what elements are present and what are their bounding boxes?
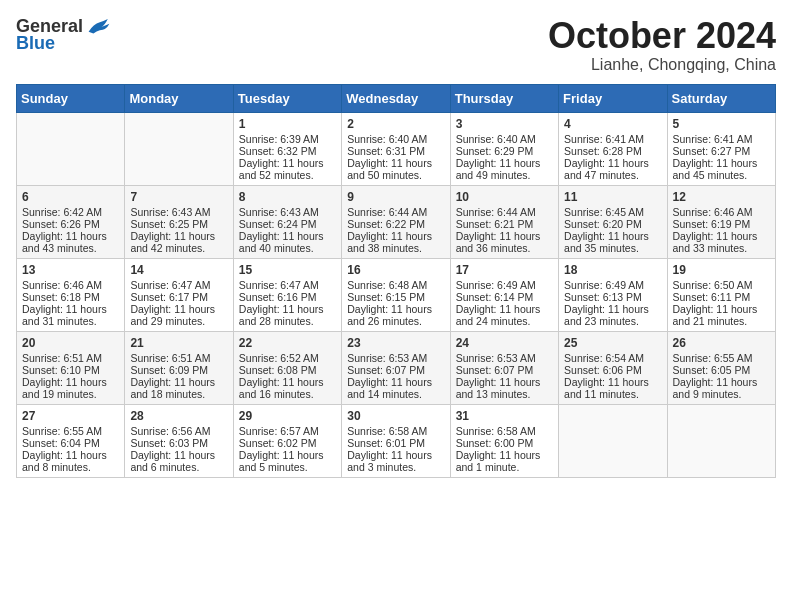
daylight-text: Daylight: 11 hours and 38 minutes. [347, 230, 432, 254]
calendar-day-cell: 29 Sunrise: 6:57 AM Sunset: 6:02 PM Dayl… [233, 404, 341, 477]
day-number: 29 [239, 409, 336, 423]
sunset-text: Sunset: 6:05 PM [673, 364, 751, 376]
sunset-text: Sunset: 6:24 PM [239, 218, 317, 230]
sunrise-text: Sunrise: 6:58 AM [347, 425, 427, 437]
calendar-day-cell: 21 Sunrise: 6:51 AM Sunset: 6:09 PM Dayl… [125, 331, 233, 404]
sunset-text: Sunset: 6:25 PM [130, 218, 208, 230]
sunset-text: Sunset: 6:07 PM [347, 364, 425, 376]
sunset-text: Sunset: 6:27 PM [673, 145, 751, 157]
sunset-text: Sunset: 6:14 PM [456, 291, 534, 303]
daylight-text: Daylight: 11 hours and 5 minutes. [239, 449, 324, 473]
daylight-text: Daylight: 11 hours and 26 minutes. [347, 303, 432, 327]
sunrise-text: Sunrise: 6:40 AM [456, 133, 536, 145]
daylight-text: Daylight: 11 hours and 13 minutes. [456, 376, 541, 400]
title-section: October 2024 Lianhe, Chongqing, China [548, 16, 776, 74]
sunrise-text: Sunrise: 6:55 AM [22, 425, 102, 437]
sunset-text: Sunset: 6:07 PM [456, 364, 534, 376]
sunrise-text: Sunrise: 6:56 AM [130, 425, 210, 437]
column-header-tuesday: Tuesday [233, 84, 341, 112]
day-number: 5 [673, 117, 770, 131]
day-number: 1 [239, 117, 336, 131]
logo-bird-icon [87, 17, 111, 37]
calendar-day-cell: 6 Sunrise: 6:42 AM Sunset: 6:26 PM Dayli… [17, 185, 125, 258]
day-number: 26 [673, 336, 770, 350]
day-number: 31 [456, 409, 553, 423]
sunrise-text: Sunrise: 6:51 AM [130, 352, 210, 364]
calendar-day-cell: 8 Sunrise: 6:43 AM Sunset: 6:24 PM Dayli… [233, 185, 341, 258]
sunrise-text: Sunrise: 6:47 AM [130, 279, 210, 291]
logo-blue-text: Blue [16, 33, 55, 54]
sunset-text: Sunset: 6:28 PM [564, 145, 642, 157]
sunset-text: Sunset: 6:06 PM [564, 364, 642, 376]
calendar-day-cell: 3 Sunrise: 6:40 AM Sunset: 6:29 PM Dayli… [450, 112, 558, 185]
calendar-day-cell: 17 Sunrise: 6:49 AM Sunset: 6:14 PM Dayl… [450, 258, 558, 331]
sunrise-text: Sunrise: 6:46 AM [22, 279, 102, 291]
sunset-text: Sunset: 6:16 PM [239, 291, 317, 303]
sunset-text: Sunset: 6:32 PM [239, 145, 317, 157]
calendar-day-cell: 13 Sunrise: 6:46 AM Sunset: 6:18 PM Dayl… [17, 258, 125, 331]
daylight-text: Daylight: 11 hours and 1 minute. [456, 449, 541, 473]
daylight-text: Daylight: 11 hours and 3 minutes. [347, 449, 432, 473]
calendar-day-cell: 1 Sunrise: 6:39 AM Sunset: 6:32 PM Dayli… [233, 112, 341, 185]
day-number: 4 [564, 117, 661, 131]
column-header-wednesday: Wednesday [342, 84, 450, 112]
column-header-sunday: Sunday [17, 84, 125, 112]
sunset-text: Sunset: 6:11 PM [673, 291, 751, 303]
day-number: 9 [347, 190, 444, 204]
day-number: 25 [564, 336, 661, 350]
calendar-day-cell: 2 Sunrise: 6:40 AM Sunset: 6:31 PM Dayli… [342, 112, 450, 185]
calendar-day-cell: 28 Sunrise: 6:56 AM Sunset: 6:03 PM Dayl… [125, 404, 233, 477]
day-number: 8 [239, 190, 336, 204]
day-number: 19 [673, 263, 770, 277]
calendar-header-row: SundayMondayTuesdayWednesdayThursdayFrid… [17, 84, 776, 112]
sunset-text: Sunset: 6:09 PM [130, 364, 208, 376]
sunset-text: Sunset: 6:17 PM [130, 291, 208, 303]
calendar-day-cell: 11 Sunrise: 6:45 AM Sunset: 6:20 PM Dayl… [559, 185, 667, 258]
sunrise-text: Sunrise: 6:57 AM [239, 425, 319, 437]
calendar-week-row: 1 Sunrise: 6:39 AM Sunset: 6:32 PM Dayli… [17, 112, 776, 185]
calendar-day-cell: 19 Sunrise: 6:50 AM Sunset: 6:11 PM Dayl… [667, 258, 775, 331]
sunset-text: Sunset: 6:03 PM [130, 437, 208, 449]
day-number: 3 [456, 117, 553, 131]
sunset-text: Sunset: 6:10 PM [22, 364, 100, 376]
daylight-text: Daylight: 11 hours and 45 minutes. [673, 157, 758, 181]
sunset-text: Sunset: 6:31 PM [347, 145, 425, 157]
day-number: 30 [347, 409, 444, 423]
daylight-text: Daylight: 11 hours and 23 minutes. [564, 303, 649, 327]
daylight-text: Daylight: 11 hours and 21 minutes. [673, 303, 758, 327]
sunrise-text: Sunrise: 6:51 AM [22, 352, 102, 364]
sunset-text: Sunset: 6:21 PM [456, 218, 534, 230]
sunset-text: Sunset: 6:01 PM [347, 437, 425, 449]
daylight-text: Daylight: 11 hours and 14 minutes. [347, 376, 432, 400]
calendar-week-row: 20 Sunrise: 6:51 AM Sunset: 6:10 PM Dayl… [17, 331, 776, 404]
daylight-text: Daylight: 11 hours and 29 minutes. [130, 303, 215, 327]
sunset-text: Sunset: 6:29 PM [456, 145, 534, 157]
day-number: 17 [456, 263, 553, 277]
daylight-text: Daylight: 11 hours and 28 minutes. [239, 303, 324, 327]
daylight-text: Daylight: 11 hours and 24 minutes. [456, 303, 541, 327]
sunset-text: Sunset: 6:26 PM [22, 218, 100, 230]
calendar-day-cell: 24 Sunrise: 6:53 AM Sunset: 6:07 PM Dayl… [450, 331, 558, 404]
day-number: 21 [130, 336, 227, 350]
calendar-day-cell: 12 Sunrise: 6:46 AM Sunset: 6:19 PM Dayl… [667, 185, 775, 258]
day-number: 6 [22, 190, 119, 204]
calendar-day-cell: 31 Sunrise: 6:58 AM Sunset: 6:00 PM Dayl… [450, 404, 558, 477]
calendar-week-row: 13 Sunrise: 6:46 AM Sunset: 6:18 PM Dayl… [17, 258, 776, 331]
calendar-day-cell: 4 Sunrise: 6:41 AM Sunset: 6:28 PM Dayli… [559, 112, 667, 185]
sunrise-text: Sunrise: 6:53 AM [347, 352, 427, 364]
calendar-day-cell: 18 Sunrise: 6:49 AM Sunset: 6:13 PM Dayl… [559, 258, 667, 331]
calendar-day-cell: 26 Sunrise: 6:55 AM Sunset: 6:05 PM Dayl… [667, 331, 775, 404]
sunrise-text: Sunrise: 6:47 AM [239, 279, 319, 291]
calendar-week-row: 6 Sunrise: 6:42 AM Sunset: 6:26 PM Dayli… [17, 185, 776, 258]
sunset-text: Sunset: 6:02 PM [239, 437, 317, 449]
day-number: 22 [239, 336, 336, 350]
calendar-day-cell: 25 Sunrise: 6:54 AM Sunset: 6:06 PM Dayl… [559, 331, 667, 404]
day-number: 2 [347, 117, 444, 131]
sunrise-text: Sunrise: 6:55 AM [673, 352, 753, 364]
daylight-text: Daylight: 11 hours and 16 minutes. [239, 376, 324, 400]
calendar-day-cell: 23 Sunrise: 6:53 AM Sunset: 6:07 PM Dayl… [342, 331, 450, 404]
column-header-saturday: Saturday [667, 84, 775, 112]
sunset-text: Sunset: 6:19 PM [673, 218, 751, 230]
day-number: 10 [456, 190, 553, 204]
day-number: 14 [130, 263, 227, 277]
